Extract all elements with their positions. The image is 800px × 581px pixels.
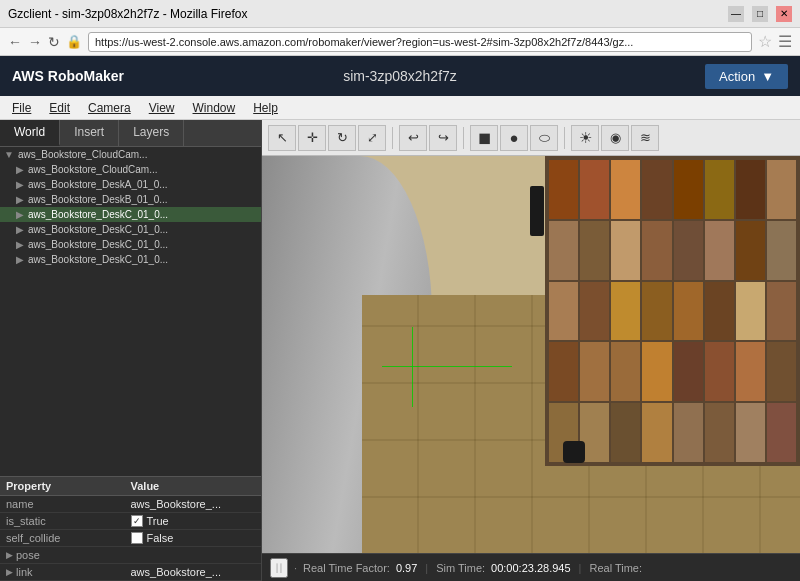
prop-value-name: aws_Bookstore_...	[131, 498, 256, 510]
book	[549, 342, 578, 401]
book	[736, 342, 765, 401]
undo-button[interactable]: ↩	[399, 125, 427, 151]
scale-tool-button[interactable]: ⤢	[358, 125, 386, 151]
dir-light-button[interactable]: ≋	[631, 125, 659, 151]
prop-row-self-collide: self_collide False	[0, 530, 261, 547]
value-col-header: Value	[131, 480, 256, 492]
book	[674, 160, 703, 219]
list-item[interactable]: ▶ aws_Bookstore_CloudCam...	[0, 162, 261, 177]
list-item[interactable]: ▼ aws_Bookstore_CloudCam...	[0, 147, 261, 162]
redo-button[interactable]: ↪	[429, 125, 457, 151]
item-label: aws_Bookstore_DeskC_01_0...	[28, 254, 168, 265]
select-tool-button[interactable]: ↖	[268, 125, 296, 151]
tab-world[interactable]: World	[0, 120, 60, 146]
book	[642, 342, 671, 401]
point-light-button[interactable]: ◉	[601, 125, 629, 151]
book	[674, 403, 703, 462]
book	[642, 221, 671, 280]
bookshelf-grid	[545, 156, 800, 466]
book	[611, 282, 640, 341]
prop-name-link[interactable]: ▶ link	[6, 566, 131, 578]
minimize-button[interactable]: —	[728, 6, 744, 22]
list-item[interactable]: ▶ aws_Bookstore_DeskA_01_0...	[0, 177, 261, 192]
prop-row-is-static: is_static ✓ True	[0, 513, 261, 530]
pose-expand-icon: ▶	[6, 550, 13, 560]
menu-icon: ☰	[778, 32, 792, 51]
tab-insert[interactable]: Insert	[60, 120, 119, 146]
menu-edit[interactable]: Edit	[41, 99, 78, 117]
book	[767, 221, 796, 280]
sphere-button[interactable]: ●	[500, 125, 528, 151]
rotate-tool-button[interactable]: ↻	[328, 125, 356, 151]
menu-help[interactable]: Help	[245, 99, 286, 117]
scene-tree: ▼ aws_Bookstore_CloudCam... ▶ aws_Bookst…	[0, 147, 261, 476]
checkbox-is-static[interactable]: ✓	[131, 515, 143, 527]
book	[580, 342, 609, 401]
link-expand-icon: ▶	[6, 567, 13, 577]
app-header: AWS RoboMaker sim-3zp08x2h2f7z Action ▼	[0, 56, 800, 96]
real-time-factor-label: Real Time Factor:	[303, 562, 390, 574]
book	[580, 160, 609, 219]
maximize-button[interactable]: □	[752, 6, 768, 22]
prop-value-link: aws_Bookstore_...	[131, 566, 256, 578]
book	[580, 221, 609, 280]
item-label: aws_Bookstore_DeskC_01_0...	[28, 224, 168, 235]
sim-time-value: 00:00:23.28.945	[491, 562, 571, 574]
menu-file[interactable]: File	[4, 99, 39, 117]
book	[705, 282, 734, 341]
panel-tabs: World Insert Layers	[0, 120, 261, 147]
pause-button[interactable]: ⏸	[270, 558, 288, 578]
tab-layers[interactable]: Layers	[119, 120, 184, 146]
properties-panel: Property Value name aws_Bookstore_... is…	[0, 476, 261, 581]
action-button[interactable]: Action ▼	[705, 64, 788, 89]
title-bar: Gzclient - sim-3zp08x2h2f7z - Mozilla Fi…	[0, 0, 800, 28]
forward-button[interactable]: →	[28, 34, 42, 50]
cube-button[interactable]: ◼	[470, 125, 498, 151]
properties-header: Property Value	[0, 477, 261, 496]
bookmark-icon: ☆	[758, 32, 772, 51]
window-controls[interactable]: — □ ✕	[728, 6, 792, 22]
3d-scene[interactable]	[262, 156, 800, 553]
item-label: aws_Bookstore_DeskC_01_0...	[28, 239, 168, 250]
book	[580, 282, 609, 341]
sun-light-button[interactable]: ☀	[571, 125, 599, 151]
book	[549, 221, 578, 280]
checkbox-self-collide[interactable]	[131, 532, 143, 544]
list-item[interactable]: ▶ aws_Bookstore_DeskB_01_0...	[0, 192, 261, 207]
sim-title: sim-3zp08x2h2f7z	[343, 68, 457, 84]
book	[767, 160, 796, 219]
book	[674, 221, 703, 280]
prop-value-self-collide: False	[131, 532, 256, 544]
book	[736, 221, 765, 280]
url-input[interactable]	[88, 32, 752, 52]
bookshelf	[545, 156, 800, 466]
expand-icon: ▶	[16, 179, 24, 190]
prop-name-pose[interactable]: ▶ pose	[6, 549, 131, 561]
list-item[interactable]: ▶ aws_Bookstore_DeskC_01_0...	[0, 222, 261, 237]
translate-tool-button[interactable]: ✛	[298, 125, 326, 151]
book	[705, 342, 734, 401]
back-button[interactable]: ←	[8, 34, 22, 50]
expand-icon: ▶	[16, 194, 24, 205]
list-item[interactable]: ▶ aws_Bookstore_DeskC_01_0...	[0, 237, 261, 252]
prop-name-self-collide: self_collide	[6, 532, 131, 544]
prop-row-pose: ▶ pose	[0, 547, 261, 564]
book	[611, 403, 640, 462]
prop-name-is-static: is_static	[6, 515, 131, 527]
menu-window[interactable]: Window	[185, 99, 244, 117]
menu-bar: File Edit Camera View Window Help	[0, 96, 800, 120]
item-label: aws_Bookstore_DeskA_01_0...	[28, 179, 168, 190]
cylinder-button[interactable]: ⬭	[530, 125, 558, 151]
book	[736, 160, 765, 219]
floor-object	[563, 441, 585, 463]
list-item[interactable]: ▶ aws_Bookstore_DeskC_01_0...	[0, 207, 261, 222]
refresh-button[interactable]: ↻	[48, 34, 60, 50]
list-item[interactable]: ▶ aws_Bookstore_DeskC_01_0...	[0, 252, 261, 267]
menu-view[interactable]: View	[141, 99, 183, 117]
viewport: ↖ ✛ ↻ ⤢ ↩ ↪ ◼ ● ⬭ ☀ ◉ ≋	[262, 120, 800, 581]
y-axis-line	[412, 327, 413, 407]
menu-camera[interactable]: Camera	[80, 99, 139, 117]
sim-time-label: Sim Time:	[436, 562, 485, 574]
book	[767, 342, 796, 401]
close-button[interactable]: ✕	[776, 6, 792, 22]
